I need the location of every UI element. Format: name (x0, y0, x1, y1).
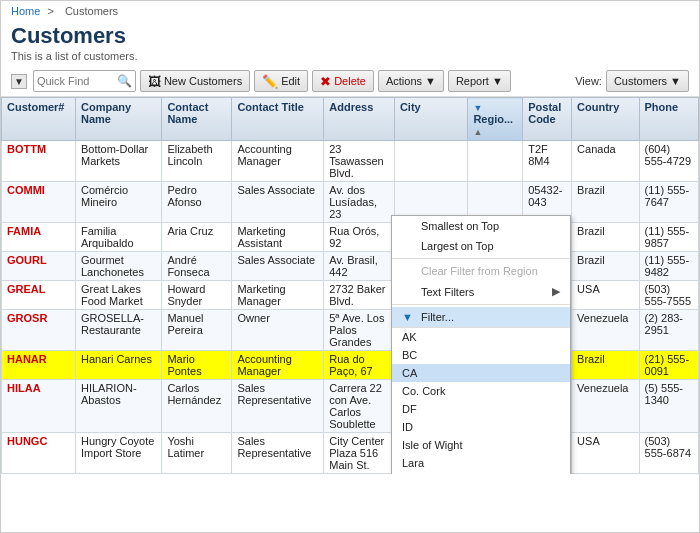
menu-label-smallest: Smallest on Top (421, 220, 499, 232)
cell-country: Brazil (572, 252, 639, 281)
region-item-cocork[interactable]: Co. Cork (392, 382, 570, 400)
col-header-phone[interactable]: Phone (639, 98, 698, 141)
toolbar: ▼ 🔍 🖼 New Customers ✏️ Edit ✖ Delete Act… (1, 66, 699, 97)
check-icon-filter: ▼ (402, 311, 416, 323)
menu-sep-1 (392, 258, 570, 259)
col-header-city[interactable]: City (394, 98, 467, 141)
cell-company: GROSELLA-Restaurante (75, 310, 161, 351)
view-dropdown[interactable]: Customers ▼ (606, 70, 689, 92)
edit-label: Edit (281, 75, 300, 87)
cell-customerid: GROSR (2, 310, 76, 351)
table-row: COMMIComércio MineiroPedro AfonsoSales A… (2, 182, 699, 223)
col-header-customerid[interactable]: Customer# (2, 98, 76, 141)
region-item-mt[interactable]: MT (392, 472, 570, 474)
cell-country: Venezuela (572, 380, 639, 433)
table-row: GOURLGourmet LanchonetesAndré FonsecaSal… (2, 252, 699, 281)
report-button[interactable]: Report ▼ (448, 70, 511, 92)
cell-phone: (11) 555-9482 (639, 252, 698, 281)
col-header-company[interactable]: Company Name (75, 98, 161, 141)
menu-item-text-filters[interactable]: Text Filters ▶ (392, 281, 570, 302)
cell-title: Sales Associate (232, 182, 324, 223)
view-value: Customers (614, 75, 667, 87)
cell-contact: Manuel Pereira (162, 310, 232, 351)
cell-address: Rua do Paço, 67 (324, 351, 395, 380)
cell-customerid: HANAR (2, 351, 76, 380)
region-item-id[interactable]: ID (392, 418, 570, 436)
cell-company: Comércio Mineiro (75, 182, 161, 223)
region-list: AK BC CA Co. Cork DF ID Isle of Wight La… (392, 327, 570, 474)
new-customers-icon: 🖼 (148, 74, 161, 89)
search-input[interactable] (37, 75, 117, 87)
cell-company: Familia Arquibaldo (75, 223, 161, 252)
cell-phone: (604) 555-4729 (639, 141, 698, 182)
cell-company: Hanari Carnes (75, 351, 161, 380)
actions-button[interactable]: Actions ▼ (378, 70, 444, 92)
table-row: BOTTMBottom-Dollar MarketsElizabeth Linc… (2, 141, 699, 182)
cell-company: Hungry Coyote Import Store (75, 433, 161, 474)
col-header-region[interactable]: ▼ Regio... ▲ (468, 98, 523, 141)
table-row: GREALGreat Lakes Food MarketHoward Snyde… (2, 281, 699, 310)
new-customers-button[interactable]: 🖼 New Customers (140, 70, 250, 92)
menu-item-filter[interactable]: ▼ Filter... (392, 307, 570, 327)
cell-contact: Pedro Afonso (162, 182, 232, 223)
cell-phone: (11) 555-7647 (639, 182, 698, 223)
col-header-contact[interactable]: Contact Name (162, 98, 232, 141)
cell-contact: Mario Pontes (162, 351, 232, 380)
table-row: HANARHanari CarnesMario PontesAccounting… (2, 351, 699, 380)
menu-item-clear-filter: Clear Filter from Region (392, 261, 570, 281)
menu-label-text-filters: Text Filters (421, 286, 474, 298)
cell-country: Venezuela (572, 310, 639, 351)
cell-customerid: GOURL (2, 252, 76, 281)
cell-address: 5ª Ave. Los Palos Grandes (324, 310, 395, 351)
table-row: HILAAHILARION-AbastosCarlos HernándezSal… (2, 380, 699, 433)
menu-item-smallest-on-top[interactable]: Smallest on Top (392, 216, 570, 236)
table-wrapper: Customer# Company Name Contact Name Cont… (1, 97, 699, 474)
menu-label-clear-filter: Clear Filter from Region (421, 265, 538, 277)
breadcrumb-current: Customers (65, 5, 118, 17)
cell-city (394, 141, 467, 182)
region-item-ak[interactable]: AK (392, 328, 570, 346)
region-item-lara[interactable]: Lara (392, 454, 570, 472)
col-header-address[interactable]: Address (324, 98, 395, 141)
cell-address: 2732 Baker Blvd. (324, 281, 395, 310)
region-item-isleofwight[interactable]: Isle of Wight (392, 436, 570, 454)
search-icon[interactable]: 🔍 (117, 74, 132, 88)
edit-button[interactable]: ✏️ Edit (254, 70, 308, 92)
region-item-ca[interactable]: CA (392, 364, 570, 382)
search-box: 🔍 (33, 70, 136, 92)
delete-icon: ✖ (320, 74, 331, 89)
actions-dropdown-icon: ▼ (425, 75, 436, 87)
cell-address: Av. Brasil, 442 (324, 252, 395, 281)
cell-customerid: BOTTM (2, 141, 76, 182)
cell-country: Brazil (572, 182, 639, 223)
delete-label: Delete (334, 75, 366, 87)
cell-company: HILARION-Abastos (75, 380, 161, 433)
cell-address: 23 Tsawassen Blvd. (324, 141, 395, 182)
report-dropdown-icon: ▼ (492, 75, 503, 87)
view-dropdown-icon[interactable]: ▼ (11, 74, 27, 89)
region-item-df[interactable]: DF (392, 400, 570, 418)
delete-button[interactable]: ✖ Delete (312, 70, 374, 92)
cell-country: Brazil (572, 223, 639, 252)
cell-country: USA (572, 433, 639, 474)
cell-phone: (503) 555-7555 (639, 281, 698, 310)
col-header-title[interactable]: Contact Title (232, 98, 324, 141)
cell-contact: Elizabeth Lincoln (162, 141, 232, 182)
cell-country: Canada (572, 141, 639, 182)
breadcrumb-home[interactable]: Home (11, 5, 40, 17)
table-header-row: Customer# Company Name Contact Name Cont… (2, 98, 699, 141)
cell-title: Accounting Manager (232, 141, 324, 182)
cell-phone: (21) 555-0091 (639, 351, 698, 380)
page-title: Customers (1, 21, 699, 49)
menu-item-largest-on-top[interactable]: Largest on Top (392, 236, 570, 256)
cell-customerid: FAMIA (2, 223, 76, 252)
cell-phone: (503) 555-6874 (639, 433, 698, 474)
region-item-bc[interactable]: BC (392, 346, 570, 364)
report-label: Report (456, 75, 489, 87)
col-header-country[interactable]: Country (572, 98, 639, 141)
cell-customerid: HILAA (2, 380, 76, 433)
cell-contact: Yoshi Latimer (162, 433, 232, 474)
dropdown-menu-wrapper: Smallest on Top Largest on Top Clear Fil… (391, 215, 571, 474)
breadcrumb: Home > Customers (1, 1, 699, 21)
col-header-postal[interactable]: Postal Code (523, 98, 572, 141)
